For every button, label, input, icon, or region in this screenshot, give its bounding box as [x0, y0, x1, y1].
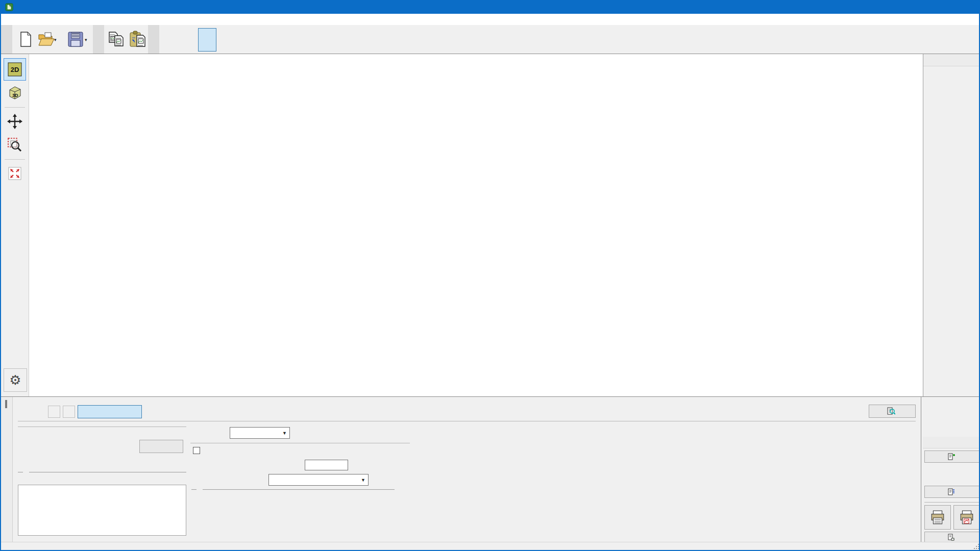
new-file-icon [18, 31, 33, 47]
app-icon [5, 3, 13, 11]
file-group-strip [1, 25, 12, 54]
zoom-window-button[interactable] [4, 134, 26, 156]
new-file-button[interactable] [15, 29, 36, 49]
fit-view-button[interactable] [4, 162, 26, 185]
results-group-legend [191, 489, 395, 490]
separator [5, 159, 25, 160]
remove-stage-button[interactable] [162, 40, 174, 51]
view-toolbar: 2D 3D [1, 54, 29, 396]
verification-select[interactable]: ▼ [230, 427, 290, 439]
dimensioning-panel: ▼ ▼ [1, 396, 980, 542]
2d-icon: 2D [7, 62, 22, 77]
in-detail-button[interactable] [869, 405, 916, 418]
separator [18, 427, 186, 427]
edit-group-strip [93, 25, 104, 54]
copy-icon [108, 31, 125, 48]
separator [190, 443, 410, 443]
check-cross-section-checkbox[interactable] [193, 447, 200, 454]
information-group-legend [18, 472, 186, 472]
view-3d-button[interactable]: 3D [4, 82, 26, 104]
chart-canvas [29, 54, 923, 396]
menubar [1, 14, 979, 25]
analysis-tab-chip[interactable] [78, 405, 142, 418]
outputs-panel [923, 437, 980, 542]
app-window: ▾ ▾ [0, 0, 980, 551]
save-dropdown-arrow[interactable]: ▾ [85, 37, 87, 42]
3d-icon: 3D [7, 85, 23, 101]
reduct-coefficient-input[interactable] [305, 460, 348, 470]
printer-picture-icon [959, 510, 974, 525]
charts-svg [29, 54, 923, 396]
normal-force-select[interactable]: ▼ [268, 474, 369, 486]
paste-picture-button[interactable] [128, 29, 148, 49]
printer-icon [930, 510, 945, 525]
save-button[interactable] [65, 29, 86, 49]
frames-panel [923, 54, 980, 396]
frames-list [923, 66, 980, 69]
in-detail-icon [887, 407, 895, 415]
minimize-button[interactable] [909, 0, 932, 14]
maximize-button[interactable] [932, 0, 955, 14]
information-box [18, 485, 186, 536]
panel-side-tab[interactable] [1, 397, 13, 542]
separator [5, 107, 25, 108]
print-button[interactable] [924, 505, 951, 530]
fit-view-icon [7, 166, 22, 181]
copy-view-icon [948, 534, 955, 541]
titlebar [1, 0, 979, 14]
chevron-down-icon: ▼ [361, 478, 365, 483]
stage-1-button[interactable] [179, 30, 194, 48]
panel-collapse-handle[interactable] [5, 400, 7, 408]
list-of-pictures-icon [948, 488, 955, 495]
add-picture-icon [948, 453, 955, 460]
resize-grip[interactable] [973, 543, 980, 550]
add-analysis-button[interactable] [48, 406, 60, 418]
open-file-button[interactable] [36, 29, 56, 49]
stage-2-button[interactable] [198, 28, 216, 52]
svg-text:3D: 3D [12, 93, 18, 98]
frames-panel-header [923, 54, 980, 66]
copy-view-button[interactable] [924, 532, 980, 543]
list-of-pictures-button[interactable] [924, 486, 980, 498]
copy-picture-button[interactable] [106, 29, 127, 49]
view-2d-button[interactable]: 2D [4, 58, 26, 81]
remove-analysis-button[interactable] [63, 406, 75, 418]
chevron-down-icon: ▼ [282, 431, 287, 436]
zoom-window-icon [7, 137, 23, 153]
paste-icon [129, 31, 147, 48]
svg-text:2D: 2D [11, 66, 19, 73]
add-picture-button[interactable] [924, 450, 980, 463]
separator [924, 502, 980, 503]
separator [921, 397, 921, 542]
edit-stage-button[interactable] [139, 440, 183, 453]
close-button[interactable] [955, 0, 979, 14]
toolbar: ▾ ▾ [1, 25, 979, 54]
gear-icon: ⚙ [9, 372, 21, 388]
stage-group-strip [148, 25, 159, 54]
separator [18, 421, 916, 421]
pan-tool-button[interactable] [4, 110, 26, 133]
settings-gear-button[interactable]: ⚙ [4, 368, 27, 392]
save-icon [67, 31, 84, 47]
status-bar [1, 542, 980, 550]
pan-icon [7, 113, 23, 130]
open-dropdown-arrow[interactable]: ▾ [54, 37, 57, 42]
print-picture-button[interactable] [953, 505, 980, 530]
add-stage-button[interactable] [162, 27, 174, 38]
outputs-panel-header [923, 437, 980, 448]
open-folder-icon [38, 32, 54, 47]
